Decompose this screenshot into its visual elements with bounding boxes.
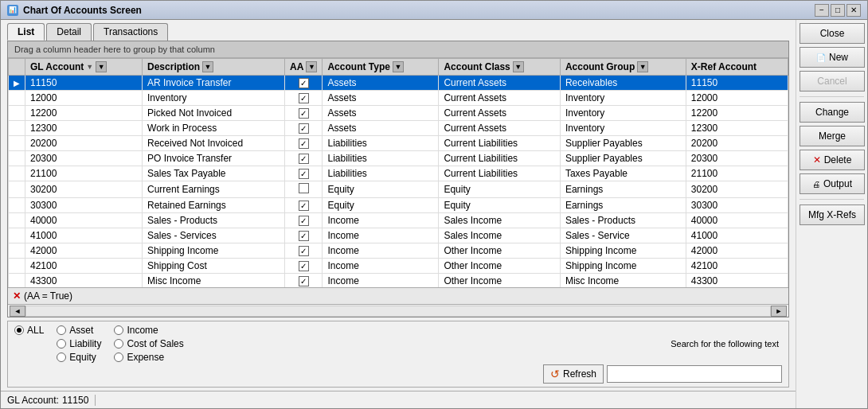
- account-class-cell: Current Liabilities: [439, 151, 561, 166]
- col-gl-account[interactable]: GL Account ▼ ▼: [25, 59, 143, 76]
- main-content: List Detail Transactions Drag a column h…: [1, 20, 867, 408]
- aa-checkbox[interactable]: [299, 93, 309, 103]
- account-class-cell: Current Assets: [439, 121, 561, 136]
- account-group-cell: Inventory: [560, 106, 686, 121]
- radio-group: ALL Asset Liability: [14, 325, 184, 363]
- aa-cell: [285, 198, 323, 213]
- radio-all-label: ALL: [27, 325, 44, 336]
- table-row[interactable]: 30200Current EarningsEquityEquityEarning…: [9, 181, 788, 198]
- status-label: GL Account:: [7, 395, 59, 406]
- gl-account-cell: 41000: [25, 228, 143, 243]
- delete-button[interactable]: ✕ Delete: [800, 150, 865, 170]
- row-arrow-cell: [9, 91, 25, 106]
- aa-cell: [285, 228, 323, 243]
- aa-checkbox[interactable]: [299, 78, 309, 88]
- table-row[interactable]: ▶11150AR Invoice TransferAssetsCurrent A…: [9, 76, 788, 91]
- xref-cell: 11150: [686, 76, 788, 91]
- filter-remove-btn[interactable]: ✕: [13, 290, 21, 302]
- tab-detail[interactable]: Detail: [46, 23, 92, 41]
- aa-checkbox[interactable]: [299, 261, 309, 271]
- xref-cell: 42100: [686, 259, 788, 274]
- class-filter-btn[interactable]: ▼: [513, 61, 524, 72]
- radio-all[interactable]: ALL: [14, 325, 44, 336]
- accounts-grid: GL Account ▼ ▼ Description ▼: [8, 58, 788, 287]
- aa-checkbox[interactable]: [299, 123, 309, 134]
- table-row[interactable]: 12300Work in ProcessAssetsCurrent Assets…: [9, 121, 788, 136]
- close-button[interactable]: Close: [800, 23, 865, 44]
- table-row[interactable]: 20300PO Invoice TransferLiabilitiesCurre…: [9, 151, 788, 166]
- account-class-cell: Other Income: [439, 274, 561, 288]
- status-value: 11150: [62, 395, 88, 406]
- aa-checkbox[interactable]: [299, 231, 309, 241]
- radio-asset[interactable]: Asset: [57, 325, 101, 336]
- table-row[interactable]: 21100Sales Tax PayableLiabilitiesCurrent…: [9, 166, 788, 181]
- group-filter-btn[interactable]: ▼: [637, 61, 648, 72]
- new-label: New: [829, 52, 848, 63]
- minimize-button[interactable]: −: [815, 4, 829, 17]
- aa-checkbox[interactable]: [299, 169, 309, 179]
- gl-account-cell: 11150: [25, 76, 143, 91]
- tab-transactions[interactable]: Transactions: [93, 23, 168, 41]
- account-type-cell: Assets: [323, 91, 439, 106]
- description-cell: Inventory: [143, 91, 285, 106]
- col-account-group[interactable]: Account Group ▼: [560, 59, 686, 76]
- col-aa[interactable]: AA ▼: [285, 59, 323, 76]
- col-account-class[interactable]: Account Class ▼: [439, 59, 561, 76]
- aa-checkbox[interactable]: [299, 138, 309, 149]
- mfg-xrefs-button[interactable]: Mfg X-Refs: [800, 204, 865, 225]
- account-type-cell: Liabilities: [323, 166, 439, 181]
- aa-checkbox[interactable]: [299, 108, 309, 119]
- table-row[interactable]: 20200Received Not InvoicedLiabilitiesCur…: [9, 136, 788, 151]
- description-cell: Sales Tax Payable: [143, 166, 285, 181]
- row-arrow-cell: [9, 228, 25, 243]
- aa-filter-btn[interactable]: ▼: [306, 61, 317, 72]
- radio-expense[interactable]: Expense: [114, 352, 183, 363]
- table-row[interactable]: 30300Retained EarningsEquityEquityEarnin…: [9, 198, 788, 213]
- new-button[interactable]: 📄 New: [800, 47, 865, 68]
- aa-checkbox[interactable]: [299, 246, 309, 256]
- radio-costofsales[interactable]: Cost of Sales: [114, 338, 183, 349]
- gl-account-cell: 12000: [25, 91, 143, 106]
- type-filter-btn[interactable]: ▼: [393, 61, 404, 72]
- account-type-cell: Liabilities: [323, 136, 439, 151]
- merge-button[interactable]: Merge: [800, 126, 865, 146]
- radio-liability[interactable]: Liability: [57, 338, 101, 349]
- xref-cell: 20200: [686, 136, 788, 151]
- scrollbar-h[interactable]: ◄ ►: [8, 304, 788, 317]
- gl-filter-btn[interactable]: ▼: [96, 61, 107, 72]
- col-description[interactable]: Description ▼: [143, 59, 285, 76]
- table-row[interactable]: 40000Sales - ProductsIncomeSales IncomeS…: [9, 213, 788, 228]
- close-window-button[interactable]: ✕: [846, 4, 861, 17]
- output-button[interactable]: 🖨 Output: [800, 173, 865, 194]
- delete-icon: ✕: [813, 154, 821, 166]
- refresh-button[interactable]: ↺ Refresh: [543, 364, 604, 384]
- table-row[interactable]: 12200Picked Not InvoicedAssetsCurrent As…: [9, 106, 788, 121]
- col-account-type[interactable]: Account Type ▼: [323, 59, 439, 76]
- radio-income[interactable]: Income: [114, 325, 183, 336]
- grid-container[interactable]: GL Account ▼ ▼ Description ▼: [8, 58, 788, 287]
- left-panel: List Detail Transactions Drag a column h…: [1, 20, 796, 408]
- aa-checkbox[interactable]: [299, 201, 309, 211]
- desc-filter-btn[interactable]: ▼: [202, 61, 213, 72]
- table-row[interactable]: 41000Sales - ServicesIncomeSales IncomeS…: [9, 228, 788, 243]
- aa-checkbox[interactable]: [299, 154, 309, 164]
- aa-checkbox[interactable]: [299, 216, 309, 226]
- table-row[interactable]: 12000InventoryAssetsCurrent AssetsInvent…: [9, 91, 788, 106]
- cancel-button[interactable]: Cancel: [800, 71, 865, 92]
- account-group-cell: Earnings: [560, 181, 686, 198]
- col-xref[interactable]: X-Ref Account: [686, 59, 788, 76]
- aa-checkbox[interactable]: [299, 183, 309, 193]
- search-input[interactable]: [607, 365, 782, 383]
- change-label: Change: [815, 107, 849, 118]
- table-row[interactable]: 42000Shipping IncomeIncomeOther IncomeSh…: [9, 243, 788, 259]
- tab-list[interactable]: List: [7, 23, 45, 41]
- radio-equity[interactable]: Equity: [57, 352, 101, 363]
- radio-equity-icon: [57, 353, 66, 362]
- aa-checkbox[interactable]: [299, 276, 309, 286]
- table-row[interactable]: 43300Misc IncomeIncomeOther IncomeMisc I…: [9, 274, 788, 288]
- account-group-cell: Inventory: [560, 91, 686, 106]
- change-button[interactable]: Change: [800, 102, 865, 123]
- xref-cell: 30200: [686, 181, 788, 198]
- maximize-button[interactable]: □: [831, 4, 845, 17]
- table-row[interactable]: 42100Shipping CostIncomeOther IncomeShip…: [9, 259, 788, 274]
